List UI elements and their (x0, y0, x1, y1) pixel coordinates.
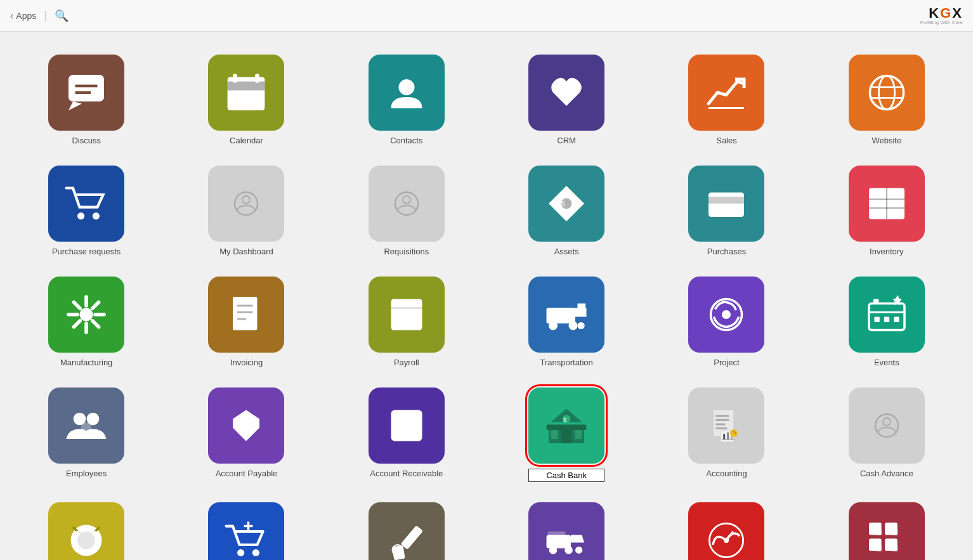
app-item-calendar[interactable]: Calendar (166, 44, 326, 155)
svg-rect-56 (395, 318, 404, 321)
app-item-accounting[interactable]: ✎Accounting (646, 377, 806, 492)
app-item-crm[interactable]: CRM (486, 44, 646, 155)
svg-rect-65 (873, 299, 878, 303)
sales-icon-box (688, 55, 764, 131)
svg-point-109 (252, 549, 259, 556)
app-item-cash-bank[interactable]: $ (486, 377, 646, 492)
project-label-wrap: Project (714, 358, 739, 367)
app-item-project[interactable]: Project (646, 266, 806, 377)
back-button[interactable]: ‹ Apps (10, 10, 36, 22)
requisitions-icon-box (369, 166, 445, 242)
svg-marker-1 (69, 101, 82, 110)
app-item-purchases[interactable]: Purchases (646, 155, 806, 266)
app-item-payroll[interactable]: $Payroll (327, 266, 486, 377)
svg-rect-71 (894, 317, 899, 322)
svg-rect-84 (575, 430, 582, 439)
svg-point-61 (569, 322, 578, 330)
app-item-my-dashboard[interactable]: My Dashboard (166, 155, 326, 266)
app-item-employees[interactable]: Employees (6, 377, 166, 492)
app-item-cash-advance[interactable]: Cash Advance (807, 377, 967, 492)
cash-bank-label-input[interactable] (528, 469, 604, 482)
app-item-maintenance[interactable]: Maintenance (327, 492, 486, 560)
employees-icon-box (48, 387, 124, 464)
svg-rect-6 (233, 74, 237, 83)
svg-rect-0 (69, 75, 104, 101)
assets-label: Assets (554, 247, 579, 256)
transportation-label: Transportation (540, 358, 592, 367)
crm-label-wrap: CRM (557, 136, 576, 145)
svg-line-45 (93, 302, 99, 308)
logo-g: G (940, 5, 952, 21)
website-label: Website (872, 136, 901, 145)
requisitions-label-wrap: Requisitions (384, 247, 429, 256)
app-item-account-receivable[interactable]: $Account Receivable (327, 377, 486, 492)
inventory-label: Inventory (870, 247, 903, 256)
website-icon-box (849, 55, 925, 131)
topbar: ‹ Apps | 🔍 KGX Fulfilling With Care (0, 0, 973, 32)
events-label-wrap: Events (874, 358, 899, 367)
employees-label: Employees (66, 469, 107, 478)
svg-rect-120 (573, 537, 582, 542)
svg-rect-47 (233, 297, 258, 330)
app-item-dashboards[interactable]: Dashboards (646, 492, 806, 560)
svg-point-18 (878, 75, 894, 109)
svg-rect-131 (892, 545, 898, 552)
svg-line-46 (74, 321, 81, 327)
app-item-sales[interactable]: Sales (646, 44, 806, 155)
svg-rect-119 (548, 531, 566, 538)
app-grid: DiscussCalendarContactsCRMSalesWebsitePu… (0, 32, 973, 560)
project-icon-box (688, 277, 764, 353)
svg-rect-83 (551, 430, 558, 439)
svg-point-107 (84, 526, 89, 530)
app-item-discuss[interactable]: Discuss (6, 44, 166, 155)
manufacturing-label: Manufacturing (60, 358, 112, 367)
svg-point-22 (93, 212, 100, 219)
assets-icon-box: $ (528, 166, 604, 242)
account-receivable-label: Account Receivable (370, 469, 443, 478)
accounting-label: Accounting (706, 469, 747, 478)
search-icon[interactable]: 🔍 (55, 9, 69, 23)
svg-point-21 (77, 212, 84, 219)
account-receivable-icon-box: $ (369, 387, 445, 464)
app-item-account-payable[interactable]: $Account Payable (166, 377, 326, 492)
app-item-manufacturing[interactable]: Manufacturing (6, 266, 166, 377)
app-item-requisitions[interactable]: Requisitions (327, 155, 486, 266)
svg-rect-91 (716, 427, 728, 429)
divider: | (44, 9, 47, 22)
svg-text:✎: ✎ (732, 429, 737, 436)
app-item-fleet[interactable]: Fleet (486, 492, 646, 560)
svg-line-123 (726, 531, 733, 540)
app-item-transportation[interactable]: Transportation (486, 266, 646, 377)
back-arrow-icon: ‹ (10, 10, 13, 22)
app-item-contacts[interactable]: Contacts (327, 44, 486, 155)
svg-rect-70 (884, 317, 889, 322)
svg-point-17 (870, 75, 903, 109)
accounting-label-wrap: Accounting (706, 469, 747, 478)
app-item-inventory[interactable]: Inventory (807, 155, 967, 266)
apps-icon-box (849, 502, 925, 560)
svg-text:$: $ (563, 416, 567, 423)
app-item-invoicing[interactable]: Invoicing (166, 266, 326, 377)
events-icon-box (849, 277, 925, 353)
svg-rect-90 (716, 423, 726, 425)
svg-rect-128 (875, 530, 882, 536)
app-item-stock-requests[interactable]: Stock Requests (166, 492, 326, 560)
transportation-icon-box (528, 277, 604, 353)
calendar-label: Calendar (230, 136, 263, 145)
svg-point-118 (575, 547, 582, 554)
app-item-apps[interactable]: Apps (807, 492, 967, 560)
inventory-icon-box (849, 166, 925, 242)
app-item-leaves[interactable]: Leaves (6, 492, 166, 560)
dashboards-icon-box (688, 502, 764, 560)
app-item-events[interactable]: Events (807, 266, 967, 377)
app-item-assets[interactable]: $Assets (486, 155, 646, 266)
invoicing-label: Invoicing (230, 358, 263, 367)
my-dashboard-icon-box (208, 166, 284, 242)
svg-point-108 (237, 549, 244, 556)
svg-rect-8 (232, 95, 238, 101)
purchase-requests-icon-box (48, 166, 124, 242)
app-item-website[interactable]: Website (807, 44, 967, 155)
purchases-label: Purchases (707, 247, 746, 256)
svg-point-24 (242, 196, 250, 204)
app-item-purchase-requests[interactable]: Purchase requests (6, 155, 166, 266)
